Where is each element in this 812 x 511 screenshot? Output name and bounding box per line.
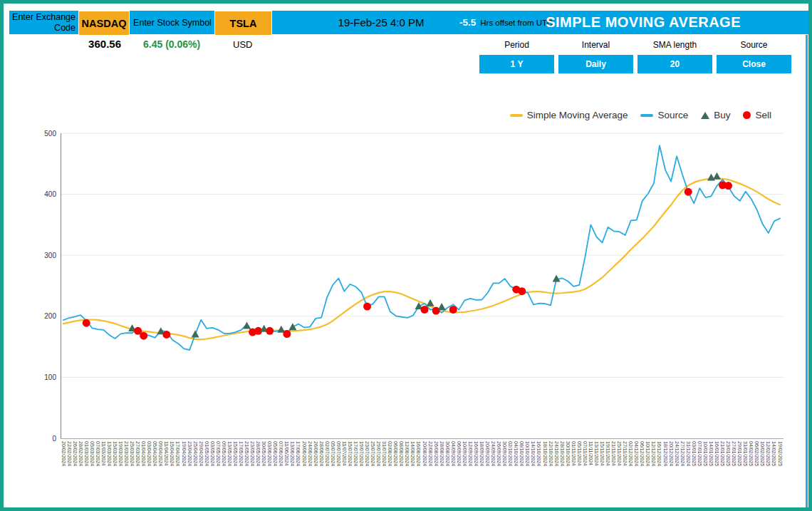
svg-text:18/12/2024: 18/12/2024 bbox=[663, 441, 668, 466]
svg-text:12/02/2025: 12/02/2025 bbox=[766, 441, 771, 466]
svg-text:20/09/2024: 20/09/2024 bbox=[485, 441, 490, 466]
svg-text:06/08/2024: 06/08/2024 bbox=[393, 441, 398, 466]
svg-text:20/08/2024: 20/08/2024 bbox=[422, 441, 427, 466]
price-chart: 010020030040050020/02/202422/02/202426/0… bbox=[4, 4, 812, 511]
svg-text:29/07/2024: 29/07/2024 bbox=[376, 441, 381, 466]
svg-text:23/07/2024: 23/07/2024 bbox=[365, 441, 370, 466]
svg-text:19/03/2024: 19/03/2024 bbox=[118, 441, 123, 466]
svg-text:01/04/2024: 01/04/2024 bbox=[141, 441, 146, 466]
svg-text:31/12/2024: 31/12/2024 bbox=[686, 441, 691, 466]
svg-text:18/10/2024: 18/10/2024 bbox=[543, 441, 548, 466]
svg-text:19/11/2024: 19/11/2024 bbox=[605, 441, 610, 466]
svg-text:27/03/2024: 27/03/2024 bbox=[135, 441, 140, 466]
svg-text:24/12/2024: 24/12/2024 bbox=[675, 441, 680, 466]
svg-text:03/04/2024: 03/04/2024 bbox=[147, 441, 152, 466]
svg-text:11/06/2024: 11/06/2024 bbox=[284, 441, 289, 466]
svg-text:07/11/2024: 07/11/2024 bbox=[583, 441, 588, 466]
svg-text:07/01/2025: 07/01/2025 bbox=[697, 441, 702, 466]
svg-text:11/11/2024: 11/11/2024 bbox=[588, 441, 593, 465]
svg-text:25/07/2024: 25/07/2024 bbox=[370, 441, 375, 466]
svg-text:15/03/2024: 15/03/2024 bbox=[113, 441, 118, 466]
svg-text:04/10/2024: 04/10/2024 bbox=[514, 441, 519, 466]
svg-text:28/10/2024: 28/10/2024 bbox=[560, 441, 565, 466]
svg-text:08/10/2024: 08/10/2024 bbox=[519, 441, 524, 466]
svg-text:30/09/2024: 30/09/2024 bbox=[502, 441, 507, 466]
svg-text:28/05/2024: 28/05/2024 bbox=[256, 441, 261, 466]
svg-text:0: 0 bbox=[52, 435, 56, 443]
svg-text:25/04/2024: 25/04/2024 bbox=[193, 441, 198, 466]
svg-text:10/02/2025: 10/02/2025 bbox=[760, 441, 765, 466]
svg-text:23/05/2024: 23/05/2024 bbox=[250, 441, 255, 466]
svg-text:17/05/2024: 17/05/2024 bbox=[239, 441, 244, 466]
svg-text:26/08/2024: 26/08/2024 bbox=[434, 441, 439, 466]
svg-text:21/05/2024: 21/05/2024 bbox=[244, 441, 249, 466]
svg-text:21/03/2024: 21/03/2024 bbox=[124, 441, 129, 466]
svg-text:04/09/2024: 04/09/2024 bbox=[451, 441, 456, 466]
svg-text:20/02/2024: 20/02/2024 bbox=[61, 441, 66, 466]
svg-text:23/01/2025: 23/01/2025 bbox=[726, 441, 731, 466]
svg-text:16/01/2025: 16/01/2025 bbox=[714, 441, 719, 466]
svg-text:31/07/2024: 31/07/2024 bbox=[382, 441, 387, 466]
svg-text:05/06/2024: 05/06/2024 bbox=[273, 441, 278, 466]
svg-text:28/06/2024: 28/06/2024 bbox=[319, 441, 324, 466]
svg-text:11/07/2024: 11/07/2024 bbox=[342, 441, 347, 466]
svg-text:13/03/2024: 13/03/2024 bbox=[107, 441, 112, 466]
svg-text:10/09/2024: 10/09/2024 bbox=[462, 441, 467, 466]
svg-text:20/12/2024: 20/12/2024 bbox=[669, 441, 674, 466]
svg-text:29/04/2024: 29/04/2024 bbox=[199, 441, 204, 466]
svg-text:02/12/2024: 02/12/2024 bbox=[628, 441, 633, 466]
svg-text:10/12/2024: 10/12/2024 bbox=[645, 441, 650, 466]
stock-symbol-input[interactable]: TSLA bbox=[214, 11, 272, 36]
svg-text:14/10/2024: 14/10/2024 bbox=[531, 441, 536, 466]
svg-text:09/05/2024: 09/05/2024 bbox=[222, 441, 227, 466]
svg-text:25/03/2024: 25/03/2024 bbox=[130, 441, 135, 466]
svg-text:12/12/2024: 12/12/2024 bbox=[651, 441, 656, 466]
svg-text:23/04/2024: 23/04/2024 bbox=[187, 441, 192, 466]
svg-text:26/06/2024: 26/06/2024 bbox=[313, 441, 318, 466]
svg-text:27/01/2025: 27/01/2025 bbox=[732, 441, 736, 466]
svg-text:03/06/2024: 03/06/2024 bbox=[267, 441, 272, 466]
svg-text:13/11/2024: 13/11/2024 bbox=[594, 441, 599, 466]
svg-text:22/02/2024: 22/02/2024 bbox=[67, 441, 72, 466]
svg-text:300: 300 bbox=[44, 252, 56, 259]
svg-text:06/02/2025: 06/02/2025 bbox=[754, 441, 759, 466]
svg-text:03/01/2025: 03/01/2025 bbox=[692, 441, 697, 466]
svg-text:22/08/2024: 22/08/2024 bbox=[428, 441, 433, 466]
svg-text:21/01/2025: 21/01/2025 bbox=[720, 441, 725, 466]
svg-text:06/12/2024: 06/12/2024 bbox=[640, 441, 645, 466]
svg-text:16/10/2024: 16/10/2024 bbox=[536, 441, 541, 466]
svg-text:500: 500 bbox=[44, 130, 56, 138]
svg-text:31/01/2025: 31/01/2025 bbox=[743, 441, 748, 466]
svg-text:01/11/2024: 01/11/2024 bbox=[571, 441, 576, 466]
svg-text:30/10/2024: 30/10/2024 bbox=[566, 441, 571, 466]
svg-text:29/01/2025: 29/01/2025 bbox=[737, 441, 742, 466]
svg-text:04/12/2024: 04/12/2024 bbox=[634, 441, 639, 466]
svg-text:16/12/2024: 16/12/2024 bbox=[657, 441, 662, 466]
svg-text:05/07/2024: 05/07/2024 bbox=[330, 441, 335, 466]
svg-text:02/10/2024: 02/10/2024 bbox=[508, 441, 513, 466]
svg-text:28/08/2024: 28/08/2024 bbox=[439, 441, 444, 466]
svg-text:24/10/2024: 24/10/2024 bbox=[554, 441, 559, 466]
svg-text:16/08/2024: 16/08/2024 bbox=[416, 441, 421, 466]
svg-text:10/10/2024: 10/10/2024 bbox=[525, 441, 530, 466]
svg-text:20/06/2024: 20/06/2024 bbox=[302, 441, 307, 466]
svg-text:30/08/2024: 30/08/2024 bbox=[445, 441, 450, 466]
svg-text:30/05/2024: 30/05/2024 bbox=[261, 441, 266, 466]
svg-text:26/09/2024: 26/09/2024 bbox=[496, 441, 501, 466]
svg-text:13/06/2024: 13/06/2024 bbox=[290, 441, 295, 466]
svg-text:17/07/2024: 17/07/2024 bbox=[353, 441, 358, 466]
svg-text:03/05/2024: 03/05/2024 bbox=[210, 441, 215, 466]
svg-text:11/04/2024: 11/04/2024 bbox=[164, 441, 169, 466]
svg-text:400: 400 bbox=[44, 190, 56, 198]
exchange-code-input[interactable]: NASDAQ bbox=[78, 11, 130, 36]
svg-text:27/12/2024: 27/12/2024 bbox=[680, 441, 685, 466]
svg-text:15/04/2024: 15/04/2024 bbox=[170, 441, 175, 466]
svg-text:200: 200 bbox=[44, 312, 56, 320]
svg-text:26/02/2024: 26/02/2024 bbox=[73, 441, 78, 466]
svg-text:19/02/2025: 19/02/2025 bbox=[778, 441, 783, 466]
svg-text:18/09/2024: 18/09/2024 bbox=[479, 441, 484, 466]
svg-text:14/02/2025: 14/02/2025 bbox=[771, 441, 776, 466]
svg-text:12/08/2024: 12/08/2024 bbox=[405, 441, 410, 466]
svg-text:10/01/2025: 10/01/2025 bbox=[703, 441, 708, 466]
svg-text:19/07/2024: 19/07/2024 bbox=[359, 441, 364, 466]
